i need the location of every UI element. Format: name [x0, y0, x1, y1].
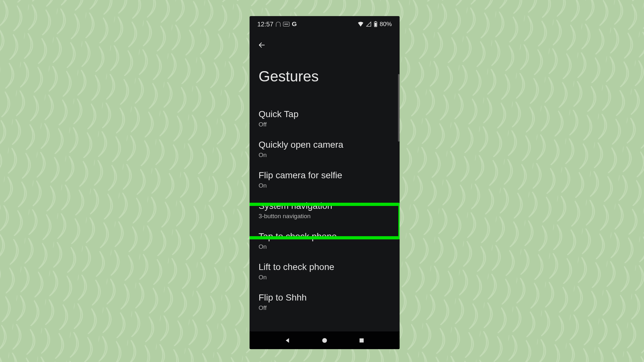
status-time: 12:57	[257, 21, 273, 28]
battery-percent: 80%	[380, 21, 392, 28]
app-bar	[250, 35, 400, 55]
list-item-lift-to-check[interactable]: Lift to check phone On	[250, 256, 400, 286]
svg-rect-3	[375, 21, 376, 22]
nav-back-button[interactable]	[283, 336, 292, 345]
system-nav-bar	[250, 331, 400, 349]
cell-signal-icon	[366, 21, 372, 27]
phone-screenshot: 12:57 G 80%	[250, 16, 400, 349]
svg-point-5	[322, 338, 327, 343]
settings-list: Quick Tap Off Quickly open camera On Fli…	[250, 103, 400, 331]
svg-rect-6	[360, 338, 364, 342]
list-item-title: Flip camera for selfie	[259, 170, 391, 181]
battery-icon	[374, 21, 378, 27]
list-item-subtitle: 3-button navigation	[259, 213, 391, 220]
nav-home-button[interactable]	[320, 336, 329, 345]
google-g-icon: G	[292, 21, 297, 28]
list-item-tap-to-check[interactable]: Tap to check phone On	[250, 225, 400, 256]
list-item-subtitle: Off	[259, 121, 391, 128]
status-bar: 12:57 G 80%	[250, 16, 400, 32]
list-item-title: System navigation	[259, 200, 391, 211]
list-item-subtitle: On	[259, 243, 391, 250]
list-item-subtitle: On	[259, 152, 391, 159]
triangle-left-icon	[284, 337, 291, 344]
list-item-subtitle: On	[259, 182, 391, 189]
wifi-icon	[357, 21, 364, 27]
list-item-subtitle: On	[259, 274, 391, 281]
list-item-title: Tap to check phone	[259, 231, 391, 242]
svg-rect-4	[375, 23, 377, 26]
list-item-subtitle: Off	[259, 304, 391, 311]
captions-icon	[283, 22, 289, 26]
list-item-flip-to-shhh[interactable]: Flip to Shhh Off	[250, 286, 400, 317]
list-item-title: Flip to Shhh	[259, 292, 391, 303]
list-item-title: Quick Tap	[259, 108, 391, 120]
list-item-flip-camera-selfie[interactable]: Flip camera for selfie On	[250, 164, 400, 195]
nav-overview-button[interactable]	[357, 336, 366, 345]
square-icon	[358, 337, 365, 344]
touch-indicator-icon	[276, 22, 280, 27]
back-button[interactable]	[255, 39, 268, 51]
arrow-left-icon	[258, 41, 266, 49]
list-item-quick-tap[interactable]: Quick Tap Off	[250, 103, 400, 134]
list-item-system-navigation[interactable]: System navigation 3-button navigation	[250, 195, 400, 225]
desktop-background: 12:57 G 80%	[0, 0, 644, 362]
list-item-title: Quickly open camera	[259, 139, 391, 150]
list-item-title: Lift to check phone	[259, 261, 391, 273]
list-item-quickly-open-camera[interactable]: Quickly open camera On	[250, 134, 400, 164]
page-title: Gestures	[259, 68, 391, 85]
circle-icon	[321, 337, 328, 344]
